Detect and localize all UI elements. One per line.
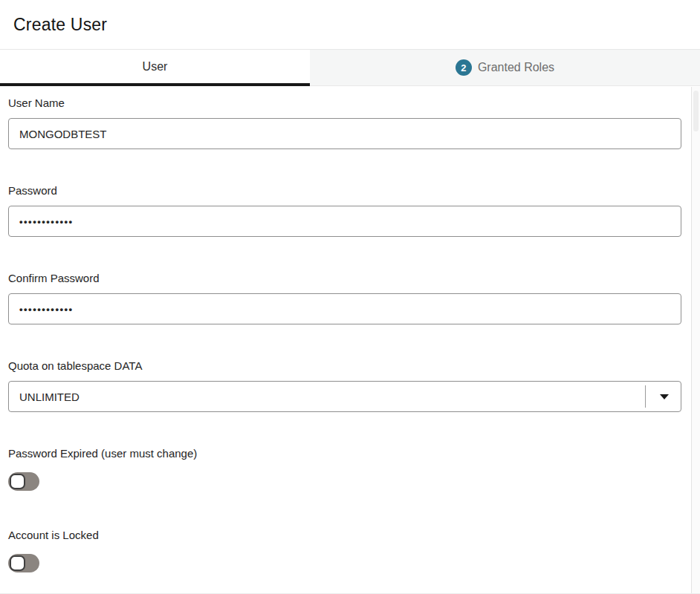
tab-user[interactable]: User <box>0 50 310 86</box>
password-input[interactable] <box>8 206 681 237</box>
account-locked-label: Account is Locked <box>8 527 700 543</box>
confirm-password-label: Confirm Password <box>8 270 700 286</box>
granted-roles-count-badge: 2 <box>456 59 472 76</box>
user-form: User Name Password Confirm Password Quot… <box>0 95 700 572</box>
quota-dropdown-value: UNLIMITED <box>19 391 80 403</box>
toggle-knob <box>10 474 25 489</box>
vertical-scrollbar[interactable] <box>691 87 700 593</box>
user-name-label: User Name <box>8 95 700 111</box>
quota-label: Quota on tablespace DATA <box>8 358 700 373</box>
tab-bar: User 2 Granted Roles <box>0 50 700 86</box>
user-name-input[interactable] <box>8 118 681 149</box>
password-label: Password <box>8 183 700 198</box>
tab-user-label: User <box>143 60 168 74</box>
scrollbar-thumb[interactable] <box>693 91 699 131</box>
password-expired-toggle[interactable] <box>8 472 39 491</box>
page-title: Create User <box>13 15 107 35</box>
toggle-knob <box>10 555 25 571</box>
confirm-password-input[interactable] <box>8 293 681 324</box>
create-user-dialog: Create User User 2 Granted Roles User Na… <box>0 0 700 594</box>
dialog-header: Create User <box>0 0 700 50</box>
account-locked-toggle[interactable] <box>8 554 39 572</box>
dropdown-divider <box>645 385 646 408</box>
quota-dropdown[interactable]: UNLIMITED <box>8 381 681 412</box>
password-expired-label: Password Expired (user must change) <box>8 446 700 461</box>
chevron-down-icon <box>660 394 669 399</box>
tab-granted-roles[interactable]: 2 Granted Roles <box>310 50 700 86</box>
tab-granted-roles-label: Granted Roles <box>478 61 554 74</box>
